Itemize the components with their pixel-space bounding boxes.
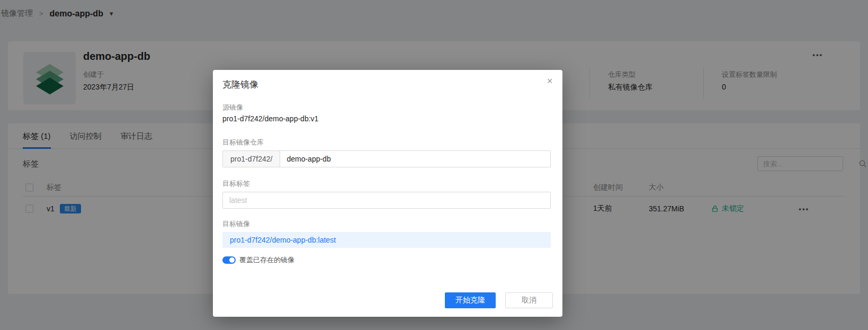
target-tag-label: 目标标签 [222, 179, 250, 189]
cancel-button[interactable]: 取消 [505, 292, 553, 308]
dialog-title: 克隆镜像 [222, 78, 258, 91]
source-image-label: 源镜像 [222, 103, 243, 112]
target-image-label: 目标镜像 [222, 219, 250, 229]
dialog-footer: 开始克隆 取消 [445, 292, 553, 308]
overwrite-row: 覆盖已存在的镜像 [222, 255, 294, 265]
target-tag-input[interactable] [222, 192, 551, 209]
close-icon[interactable]: ✕ [547, 77, 553, 85]
target-image-preview: pro1-d7f242/demo-app-db:latest [222, 232, 551, 248]
target-repo-input[interactable] [280, 151, 550, 167]
target-repo-label: 目标镜像仓库 [222, 138, 264, 147]
overwrite-label: 覆盖已存在的镜像 [239, 255, 294, 265]
target-repo-field: pro1-d7f242/ [222, 150, 551, 167]
overwrite-toggle[interactable] [222, 256, 236, 264]
target-repo-prefix: pro1-d7f242/ [223, 151, 280, 167]
start-clone-button[interactable]: 开始克隆 [445, 292, 496, 308]
source-image-value: pro1-d7f242/demo-app-db:v1 [222, 114, 318, 123]
clone-image-dialog: 克隆镜像 ✕ 源镜像 pro1-d7f242/demo-app-db:v1 目标… [213, 70, 562, 317]
